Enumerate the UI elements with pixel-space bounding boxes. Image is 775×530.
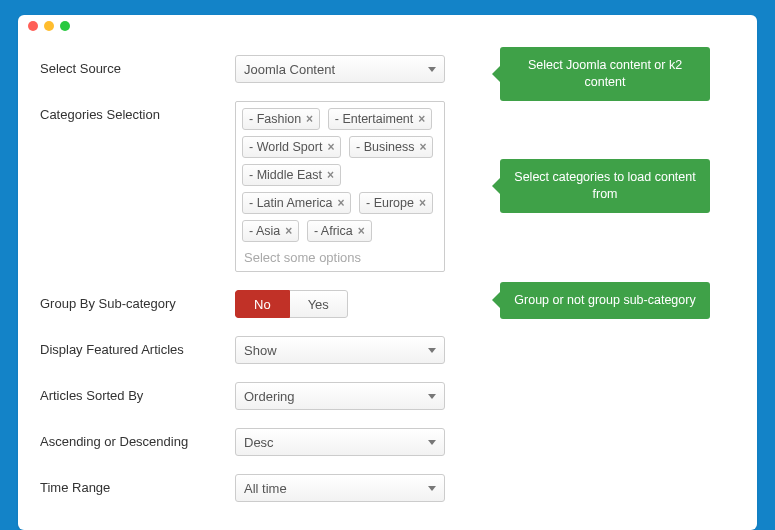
time-select-value: All time	[244, 481, 287, 496]
close-icon[interactable]	[28, 21, 38, 31]
featured-select[interactable]: Show	[235, 336, 445, 364]
row-group: Group By Sub-category No Yes Group or no…	[40, 290, 742, 318]
tip-group: Group or not group sub-category	[500, 282, 710, 319]
remove-icon[interactable]: ×	[327, 140, 334, 154]
window-titlebar	[18, 15, 757, 37]
label-direction: Ascending or Descending	[40, 428, 235, 449]
label-featured: Display Featured Articles	[40, 336, 235, 357]
tag-item: - Asia×	[242, 220, 299, 242]
label-group: Group By Sub-category	[40, 290, 235, 311]
categories-multiselect[interactable]: - Fashion× - Entertaiment× - World Sport…	[235, 101, 445, 272]
categories-placeholder: Select some options	[242, 248, 438, 269]
chevron-down-icon	[428, 394, 436, 399]
tip-source: Select Joomla content or k2 content	[500, 47, 710, 101]
tag-item: - Africa×	[307, 220, 372, 242]
row-select-source: Select Source Joomla Content Select Joom…	[40, 55, 742, 83]
tag-item: - Latin America×	[242, 192, 351, 214]
sorted-select[interactable]: Ordering	[235, 382, 445, 410]
remove-icon[interactable]: ×	[419, 140, 426, 154]
group-toggle: No Yes	[235, 290, 348, 318]
sorted-select-value: Ordering	[244, 389, 295, 404]
group-yes-button[interactable]: Yes	[290, 290, 348, 318]
row-direction: Ascending or Descending Desc	[40, 428, 742, 456]
remove-icon[interactable]: ×	[358, 224, 365, 238]
row-time: Time Range All time	[40, 474, 742, 502]
featured-select-value: Show	[244, 343, 277, 358]
row-sorted: Articles Sorted By Ordering	[40, 382, 742, 410]
label-categories: Categories Selection	[40, 101, 235, 122]
remove-icon[interactable]: ×	[418, 112, 425, 126]
tag-item: - Business×	[349, 136, 433, 158]
remove-icon[interactable]: ×	[337, 196, 344, 210]
row-categories: Categories Selection - Fashion× - Entert…	[40, 101, 742, 272]
time-select[interactable]: All time	[235, 474, 445, 502]
remove-icon[interactable]: ×	[285, 224, 292, 238]
maximize-icon[interactable]	[60, 21, 70, 31]
direction-select[interactable]: Desc	[235, 428, 445, 456]
direction-select-value: Desc	[244, 435, 274, 450]
remove-icon[interactable]: ×	[306, 112, 313, 126]
form: Select Source Joomla Content Select Joom…	[18, 37, 757, 502]
chevron-down-icon	[428, 440, 436, 445]
app-window: Select Source Joomla Content Select Joom…	[18, 15, 757, 530]
label-time: Time Range	[40, 474, 235, 495]
tag-item: - Fashion×	[242, 108, 320, 130]
row-featured: Display Featured Articles Show	[40, 336, 742, 364]
group-no-button[interactable]: No	[235, 290, 290, 318]
source-select-value: Joomla Content	[244, 62, 335, 77]
label-select-source: Select Source	[40, 55, 235, 76]
chevron-down-icon	[428, 348, 436, 353]
chevron-down-icon	[428, 67, 436, 72]
tag-item: - World Sport×	[242, 136, 341, 158]
minimize-icon[interactable]	[44, 21, 54, 31]
tip-categories: Select categories to load content from	[500, 159, 710, 213]
tag-item: - Europe×	[359, 192, 433, 214]
tag-item: - Entertaiment×	[328, 108, 433, 130]
remove-icon[interactable]: ×	[327, 168, 334, 182]
remove-icon[interactable]: ×	[419, 196, 426, 210]
label-sorted: Articles Sorted By	[40, 382, 235, 403]
source-select[interactable]: Joomla Content	[235, 55, 445, 83]
tag-item: - Middle East×	[242, 164, 341, 186]
chevron-down-icon	[428, 486, 436, 491]
